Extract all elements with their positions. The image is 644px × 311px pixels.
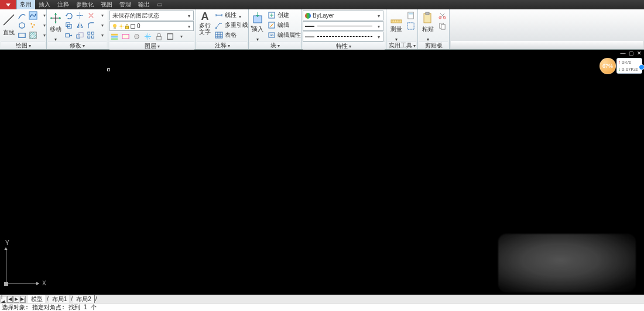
panel-utilities-title: 实用工具 [388, 41, 416, 49]
net-down-value: 0.07K/s [622, 66, 638, 73]
mtext-icon: A [198, 11, 212, 22]
menu-manage[interactable]: 管理 [116, 0, 135, 9]
panel-properties: ByLayer ByLayer ByLayer 特性 [302, 9, 386, 49]
hatch-icon[interactable] [28, 30, 38, 40]
modify-row2-dd[interactable] [97, 20, 107, 30]
move-button[interactable]: 移动 [48, 10, 63, 40]
select-all-icon[interactable] [406, 21, 416, 31]
tab-layout2[interactable]: 布局2 [73, 295, 95, 303]
svg-rect-13 [88, 32, 90, 34]
svg-point-5 [32, 26, 33, 27]
perf-gauge[interactable]: 67% [600, 58, 616, 74]
panel-annotation-title: 注释 [197, 41, 247, 49]
move-icon [49, 11, 63, 25]
svg-rect-18 [114, 27, 116, 29]
circle-icon[interactable] [17, 20, 27, 30]
block-insert-button[interactable]: 插入 [250, 10, 265, 40]
spray-icon[interactable] [28, 20, 38, 30]
layer-props-icon[interactable] [109, 32, 119, 42]
mtext-button[interactable]: A 多行 文字 [197, 10, 213, 40]
svg-rect-32 [167, 34, 173, 39]
network-monitor[interactable]: 0K/s 0.07K/s [616, 58, 642, 74]
layer-square-icon[interactable] [165, 32, 175, 42]
tab-arrow-icon[interactable]: ▭ [153, 0, 166, 9]
panel-modify-title: 修改 [48, 41, 107, 49]
menu-view[interactable]: 视图 [97, 0, 116, 9]
menu-bar: 常用 插入 注释 参数化 视图 管理 输出 ▭ [0, 0, 644, 9]
paste-label: 粘贴 [422, 26, 434, 32]
svg-rect-15 [88, 36, 90, 38]
panel-modify: 移动 修改 [47, 9, 108, 49]
copy-clip-icon[interactable] [437, 21, 447, 31]
layer-lock2-icon[interactable] [154, 32, 164, 42]
layer-state-combo[interactable]: 未保存的图层状态 [109, 11, 194, 20]
stretch-icon[interactable] [64, 30, 74, 40]
panel-draw: 直线 绘图 [0, 9, 47, 49]
mirror-icon[interactable] [75, 20, 85, 30]
command-text: 选择对象: 指定对角点: 找到 1 个 [2, 303, 97, 312]
layer-state-dd-icon [186, 12, 192, 19]
arc-icon[interactable] [17, 11, 27, 20]
calc-icon[interactable] [406, 11, 416, 20]
modify-row3-dd[interactable] [97, 30, 107, 40]
copy-icon[interactable] [64, 20, 74, 30]
move-label: 移动 [50, 26, 61, 32]
menu-insert[interactable]: 插入 [35, 0, 54, 9]
layer-name: 0 [136, 23, 186, 29]
trim-icon[interactable] [75, 11, 85, 20]
prop-linetype-combo[interactable]: ByLayer [303, 32, 383, 42]
svg-rect-25 [131, 24, 135, 28]
sun-icon [118, 23, 124, 30]
svg-rect-46 [407, 23, 414, 29]
svg-point-40 [305, 13, 311, 19]
tab-nav-next[interactable]: ▶ [13, 296, 19, 303]
tab-nav-last[interactable]: ▶| [20, 296, 26, 303]
rectangle-icon[interactable] [17, 30, 27, 40]
app-icon[interactable] [0, 0, 16, 9]
fillet-icon[interactable] [86, 20, 96, 30]
layer-select-combo[interactable]: 0 [109, 21, 194, 31]
doc-restore-button[interactable]: ▢ [628, 51, 635, 57]
rotate-icon[interactable] [64, 11, 74, 20]
prop-color-value: ByLayer [311, 12, 376, 19]
panel-clipboard-title: 剪贴板 [419, 41, 448, 49]
cut-icon[interactable] [437, 11, 447, 20]
measure-button[interactable]: 测量 [388, 10, 405, 40]
overlay-smudge [498, 234, 636, 292]
modify-row1-dd[interactable] [97, 11, 107, 20]
tab-layout1[interactable]: 布局1 [49, 295, 71, 303]
paste-button[interactable]: 粘贴 [419, 10, 437, 40]
menu-parametric[interactable]: 参数化 [73, 0, 97, 9]
svg-rect-14 [91, 32, 94, 34]
array-icon[interactable] [86, 30, 96, 40]
layer-more-dd[interactable] [176, 32, 186, 42]
menu-output[interactable]: 输出 [135, 0, 153, 9]
tab-model[interactable]: 模型 [28, 295, 46, 303]
ucs-icon: Y X [6, 243, 47, 284]
layer-off-icon[interactable] [132, 32, 142, 42]
measure-icon [389, 11, 403, 25]
layer-iso-icon[interactable] [121, 32, 131, 42]
drawing-canvas[interactable]: — ▢ ✕ Y X 67% 0K/s 0.07K/s [0, 50, 644, 295]
menu-annotate[interactable]: 注释 [54, 0, 73, 9]
tab-nav-first[interactable]: |◀ [1, 296, 6, 303]
scale-icon[interactable] [75, 30, 85, 40]
line-button[interactable]: 直线 [1, 10, 16, 40]
polyline-selected-icon[interactable] [28, 11, 38, 20]
leader-icon [215, 21, 223, 29]
measure-label: 测量 [390, 26, 402, 32]
command-line[interactable]: 选择对象: 指定对角点: 找到 1 个 [0, 303, 644, 311]
doc-close-button[interactable]: ✕ [636, 51, 643, 57]
prop-lineweight-combo[interactable]: ByLayer [303, 21, 383, 31]
layer-freeze-icon[interactable] [143, 32, 153, 42]
attedit-icon: ab [268, 31, 276, 39]
panel-utilities: 测量 实用工具 [386, 9, 418, 49]
tab-nav-prev[interactable]: ◀ [7, 296, 13, 303]
svg-point-30 [135, 34, 139, 39]
prop-color-combo[interactable]: ByLayer [303, 11, 383, 20]
explode-icon[interactable] [86, 11, 96, 20]
layer-select-dd-icon [186, 23, 192, 29]
layout-tabbar: |◀ ◀ ▶ ▶| 模型 / 布局1 / 布局2 / [0, 295, 644, 303]
menu-home[interactable]: 常用 [16, 0, 35, 9]
doc-min-button[interactable]: — [619, 51, 626, 57]
